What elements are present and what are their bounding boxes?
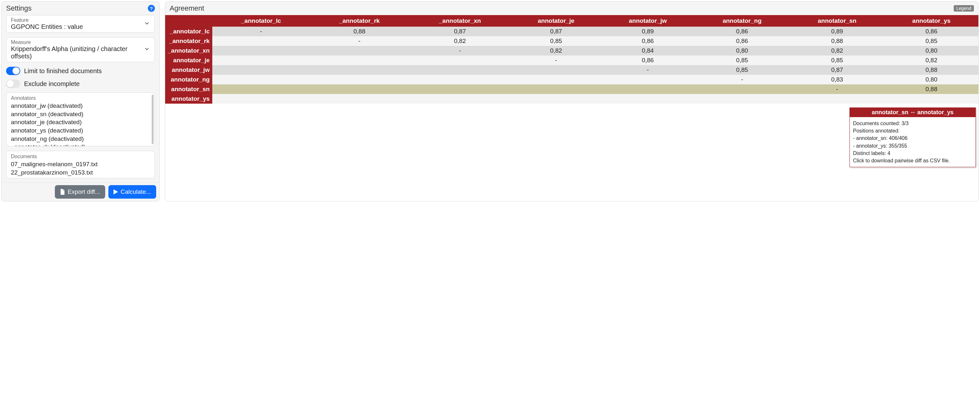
chevron-down-icon — [144, 46, 150, 54]
matrix-cell[interactable]: 0,85 — [511, 36, 601, 46]
matrix-cell[interactable]: 0,88 — [790, 36, 885, 46]
annotators-list[interactable]: Annotators annotator_jw (deactivated)ann… — [6, 92, 155, 146]
matrix-cell[interactable] — [310, 94, 409, 104]
matrix-cell[interactable] — [212, 84, 310, 94]
list-item[interactable]: _annotator_rk (deactivated) — [11, 143, 150, 146]
list-item[interactable]: 07_malignes-melanom_0197.txt — [11, 160, 150, 169]
matrix-cell[interactable]: 0,86 — [694, 36, 789, 46]
row-header: annotator_ys — [165, 94, 212, 104]
settings-header: Settings ? — [2, 2, 159, 15]
matrix-cell[interactable]: 0,87 — [511, 27, 601, 36]
settings-body: Feature GGPONC Entities : value Measure … — [2, 15, 159, 182]
matrix-cell[interactable] — [885, 94, 978, 104]
matrix-cell[interactable]: 0,89 — [790, 27, 885, 36]
matrix-cell[interactable] — [409, 94, 511, 104]
matrix-cell[interactable] — [212, 75, 310, 84]
pairwise-tooltip[interactable]: annotator_sn ↔ annotator_ys Documents co… — [850, 107, 976, 167]
matrix-cell[interactable] — [601, 75, 695, 84]
matrix-cell[interactable] — [310, 56, 409, 65]
matrix-cell[interactable] — [212, 65, 310, 75]
matrix-cell[interactable]: 0,85 — [790, 56, 885, 65]
matrix-cell[interactable] — [212, 56, 310, 65]
matrix-cell[interactable]: - — [409, 46, 511, 56]
list-item[interactable]: annotator_ng (deactivated) — [11, 135, 150, 143]
matrix-cell[interactable]: 0,84 — [601, 46, 695, 56]
matrix-cell[interactable]: 0,86 — [694, 27, 789, 36]
list-item[interactable]: annotator_ys (deactivated) — [11, 126, 150, 135]
matrix-cell[interactable]: 0,85 — [694, 56, 789, 65]
matrix-cell[interactable] — [511, 94, 601, 104]
legend-button[interactable]: Legend — [954, 5, 974, 11]
matrix-cell[interactable]: 0,85 — [694, 65, 789, 75]
matrix-cell[interactable]: - — [511, 56, 601, 65]
matrix-cell[interactable]: 0,87 — [790, 65, 885, 75]
matrix-cell[interactable] — [310, 75, 409, 84]
agreement-body: _annotator_lc_annotator_rk_annotator_xna… — [165, 15, 978, 201]
matrix-cell[interactable] — [409, 84, 511, 94]
measure-select[interactable]: Measure Krippendorff's Alpha (unitizing … — [6, 37, 155, 62]
matrix-cell[interactable]: 0,80 — [694, 46, 789, 56]
file-icon — [60, 189, 65, 195]
matrix-cell[interactable] — [409, 65, 511, 75]
matrix-cell[interactable]: 0,87 — [409, 27, 511, 36]
calculate-button[interactable]: Calculate... — [108, 185, 156, 199]
matrix-cell[interactable]: 0,88 — [885, 84, 978, 94]
matrix-cell[interactable] — [694, 84, 789, 94]
list-item[interactable]: 22_prostatakarzinom_0153.txt — [11, 169, 150, 177]
matrix-cell[interactable] — [310, 84, 409, 94]
matrix-cell[interactable]: - — [310, 36, 409, 46]
limit-finished-row: Limit to finished documents — [6, 67, 155, 75]
play-icon — [113, 189, 118, 194]
matrix-cell[interactable] — [212, 94, 310, 104]
matrix-cell[interactable]: 0,88 — [885, 65, 978, 75]
row-header: annotator_jw — [165, 65, 212, 75]
row-header: _annotator_rk — [165, 36, 212, 46]
matrix-cell[interactable] — [212, 36, 310, 46]
matrix-cell[interactable] — [601, 94, 695, 104]
matrix-cell[interactable]: 0,85 — [885, 36, 978, 46]
feature-label: Feature — [11, 18, 140, 23]
documents-list[interactable]: Documents 07_malignes-melanom_0197.txt22… — [6, 151, 155, 178]
matrix-cell[interactable]: 0,89 — [601, 27, 695, 36]
exclude-incomplete-row: Exclude incomplete — [6, 80, 155, 88]
matrix-cell[interactable] — [212, 46, 310, 56]
matrix-cell[interactable] — [694, 94, 789, 104]
matrix-cell[interactable] — [511, 65, 601, 75]
matrix-cell[interactable] — [790, 94, 885, 104]
matrix-corner — [165, 15, 212, 27]
matrix-cell[interactable]: 0,86 — [601, 36, 695, 46]
matrix-cell[interactable] — [409, 75, 511, 84]
matrix-cell[interactable]: - — [694, 75, 789, 84]
matrix-cell[interactable] — [310, 65, 409, 75]
matrix-cell[interactable]: 0,80 — [885, 46, 978, 56]
matrix-cell[interactable] — [310, 46, 409, 56]
matrix-cell[interactable]: 0,88 — [310, 27, 409, 36]
feature-select[interactable]: Feature GGPONC Entities : value — [6, 15, 155, 33]
tooltip-line: - annotator_ys: 355/355 — [853, 142, 972, 150]
list-item[interactable]: annotator_sn (deactivated) — [11, 110, 150, 118]
export-diff-button[interactable]: Export diff... — [55, 185, 105, 199]
matrix-cell[interactable]: 0,82 — [885, 56, 978, 65]
matrix-cell[interactable] — [409, 56, 511, 65]
list-item[interactable]: annotator_je (deactivated) — [11, 118, 150, 126]
scrollbar[interactable] — [152, 95, 154, 144]
calculate-label: Calculate... — [121, 188, 151, 195]
matrix-cell[interactable]: 0,86 — [601, 56, 695, 65]
matrix-cell[interactable]: 0,83 — [790, 75, 885, 84]
exclude-incomplete-toggle[interactable] — [6, 80, 20, 88]
matrix-cell[interactable]: 0,82 — [511, 46, 601, 56]
matrix-cell[interactable]: - — [601, 65, 695, 75]
matrix-cell[interactable]: 0,82 — [409, 36, 511, 46]
matrix-cell[interactable]: 0,82 — [790, 46, 885, 56]
list-item[interactable]: annotator_jw (deactivated) — [11, 102, 150, 110]
matrix-cell[interactable]: 0,86 — [885, 27, 978, 36]
limit-finished-toggle[interactable] — [6, 67, 20, 75]
matrix-cell[interactable] — [511, 75, 601, 84]
list-item[interactable]: 27_supportive-therapie_0765.txt — [11, 177, 150, 178]
matrix-cell[interactable]: - — [212, 27, 310, 36]
matrix-cell[interactable] — [601, 84, 695, 94]
matrix-cell[interactable]: 0,80 — [885, 75, 978, 84]
matrix-cell[interactable]: - — [790, 84, 885, 94]
help-icon[interactable]: ? — [148, 5, 155, 12]
matrix-cell[interactable] — [511, 84, 601, 94]
